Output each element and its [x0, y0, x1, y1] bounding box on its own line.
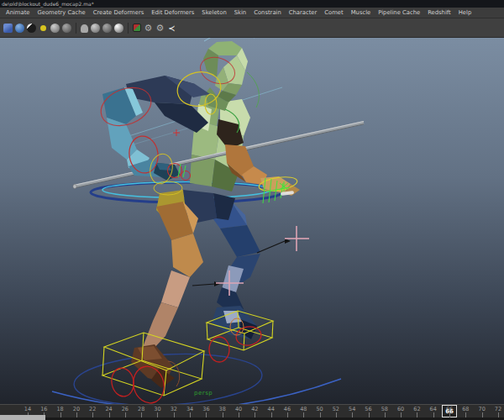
- frame-label: 18: [56, 406, 63, 412]
- character-right-leg[interactable]: [202, 200, 260, 339]
- menu-item-comet[interactable]: Comet: [324, 9, 343, 16]
- render-sphere-icon-b[interactable]: [102, 24, 112, 33]
- ao-sphere-icon[interactable]: [62, 24, 71, 33]
- range-slider-handle[interactable]: [0, 415, 45, 420]
- frame-label: 38: [219, 406, 226, 412]
- separator: [76, 23, 76, 34]
- frame-label: 48: [300, 406, 307, 412]
- frame-label: 42: [251, 406, 258, 412]
- frame-label: 32: [171, 406, 177, 412]
- camera-name-label: persp: [194, 390, 213, 396]
- gear-icon-2[interactable]: ⚙: [155, 24, 165, 33]
- window-title: de\old\blockout_dude6_mocap2.ma*: [0, 0, 504, 8]
- lamp-icon[interactable]: [81, 24, 88, 33]
- frame-label: 34: [186, 406, 193, 412]
- menu-item-help[interactable]: Help: [459, 9, 472, 16]
- frame-label: 20: [73, 406, 80, 412]
- frame-label: 66: [446, 406, 453, 412]
- menu-item-character[interactable]: Character: [289, 9, 318, 16]
- menu-item-skin[interactable]: Skin: [234, 9, 246, 16]
- frame-label: 58: [381, 406, 388, 412]
- frame-label: 30: [154, 406, 160, 412]
- pole-vector-right-knee[interactable]: [257, 226, 309, 253]
- lights-icon[interactable]: [40, 25, 46, 31]
- frame-label: 50: [316, 406, 323, 412]
- frame-label: 44: [268, 406, 275, 412]
- frame-label: 56: [365, 406, 371, 412]
- menu-item-geometry-cache[interactable]: Geometry Cache: [37, 9, 85, 16]
- maya-window: de\old\blockout_dude6_mocap2.ma* Animate…: [0, 0, 504, 420]
- frame-label: 52: [333, 406, 339, 412]
- frame-label: 16: [40, 406, 47, 412]
- render-sphere-icon-c[interactable]: [114, 24, 123, 33]
- viewport-canvas[interactable]: [0, 38, 504, 404]
- frame-label: 70: [479, 406, 486, 412]
- time-slider[interactable]: 66 1416182022242628303234363840424446485…: [0, 404, 504, 417]
- wireframe-cube-icon[interactable]: [3, 24, 13, 33]
- menu-item-skeleton[interactable]: Skeleton: [202, 9, 226, 16]
- frame-label: 36: [202, 406, 209, 412]
- frame-label: 54: [349, 406, 355, 412]
- menu-item-pipeline-cache[interactable]: Pipeline Cache: [378, 9, 420, 16]
- menu-item-constrain[interactable]: Constrain: [254, 9, 281, 16]
- frame-label: 26: [122, 406, 129, 412]
- frame-label: 24: [105, 406, 112, 412]
- frame-label: 14: [24, 406, 31, 412]
- frame-label: 60: [397, 406, 404, 412]
- menu-item-redshift[interactable]: Redshift: [428, 9, 451, 16]
- viewport-persp[interactable]: persp: [0, 38, 504, 404]
- panel-toolbar: ⚙⚙≺: [0, 18, 504, 38]
- textured-sphere-icon[interactable]: [27, 24, 36, 33]
- frame-label: 28: [138, 406, 144, 412]
- frame-label: 22: [89, 406, 96, 412]
- menu-item-edit-deformers[interactable]: Edit Deformers: [151, 9, 194, 16]
- frame-label: 62: [413, 406, 420, 412]
- gear-icon-1[interactable]: ⚙: [144, 24, 153, 33]
- menu-item-animate[interactable]: Animate: [6, 9, 29, 16]
- share-icon[interactable]: ≺: [167, 24, 176, 33]
- menu-item-create-deformers[interactable]: Create Deformers: [93, 9, 144, 16]
- xray-icon[interactable]: [133, 24, 141, 32]
- shaded-sphere-icon[interactable]: [15, 24, 24, 33]
- frame-label: 68: [462, 406, 469, 412]
- shadows-sphere-icon[interactable]: [50, 24, 60, 33]
- render-sphere-icon-a[interactable]: [91, 24, 100, 33]
- frame-label: 46: [284, 406, 291, 412]
- frame-label: 64: [430, 406, 437, 412]
- menu-bar: AnimateGeometry CacheCreate DeformersEdi…: [0, 8, 504, 18]
- frame-label: 40: [235, 406, 242, 412]
- separator: [128, 23, 129, 34]
- frame-label: 72: [495, 406, 501, 412]
- menu-item-muscle[interactable]: Muscle: [351, 9, 371, 16]
